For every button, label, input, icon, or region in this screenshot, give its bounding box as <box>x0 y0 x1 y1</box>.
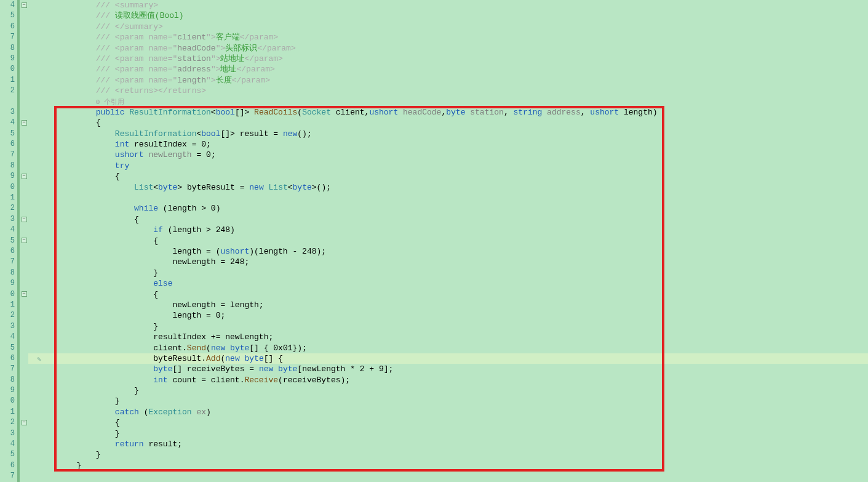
line-number[interactable]: 1 <box>0 75 15 86</box>
line-number[interactable]: 7 <box>0 150 15 160</box>
fold-toggle[interactable]: − <box>20 236 28 246</box>
code-line[interactable]: } <box>38 460 868 471</box>
code-line[interactable]: while (length > 0) <box>38 203 868 214</box>
code-line[interactable]: { <box>38 171 868 182</box>
code-line[interactable]: { <box>38 214 868 225</box>
line-number[interactable]: 3 <box>0 107 15 118</box>
line-number[interactable]: 2 <box>0 86 15 96</box>
line-number[interactable]: 4 <box>0 0 15 10</box>
code-line[interactable]: return result; <box>38 439 868 449</box>
code-line[interactable]: byte[] receiveBytes = new byte[newLength… <box>38 364 868 374</box>
code-line[interactable]: client.Send(new byte[] { 0x01}); <box>38 343 868 353</box>
fold-toggle[interactable]: − <box>20 118 28 128</box>
code-line[interactable]: int resultIndex = 0; <box>38 139 868 150</box>
code-line[interactable] <box>38 471 868 481</box>
code-line[interactable]: /// <param name="station">站地址</param> <box>38 54 868 64</box>
line-number[interactable]: 7 <box>0 364 15 374</box>
line-number[interactable]: 1 <box>0 407 15 417</box>
line-number[interactable] <box>0 97 15 107</box>
line-number[interactable]: 1 <box>0 193 15 203</box>
line-number[interactable]: 3 <box>0 321 15 332</box>
code-line[interactable]: 0 个引用 <box>38 97 868 107</box>
line-number[interactable]: 4 <box>0 118 15 128</box>
code-line[interactable]: } <box>38 428 868 439</box>
code-area[interactable]: ✎ /// <summary> /// 读取线圈值(Bool) /// </su… <box>28 0 868 482</box>
line-number[interactable]: 5 <box>0 129 15 139</box>
code-line[interactable]: ushort newLength = 0; <box>38 150 868 160</box>
code-editor[interactable]: 4567890123456789012345678901234567890123… <box>0 0 868 482</box>
line-number[interactable]: 4 <box>0 225 15 235</box>
line-number[interactable]: 8 <box>0 43 15 54</box>
code-line[interactable]: else <box>38 278 868 289</box>
line-number[interactable]: 0 <box>0 396 15 406</box>
line-number[interactable]: 2 <box>0 310 15 321</box>
code-line[interactable]: /// <param name="address">地址</param> <box>38 64 868 74</box>
code-line[interactable]: length = (ushort)(length - 248); <box>38 246 868 257</box>
line-number[interactable]: 8 <box>0 375 15 385</box>
line-number[interactable]: 3 <box>0 428 15 439</box>
code-line[interactable]: { <box>38 118 868 128</box>
code-line[interactable]: catch (Exception ex) <box>38 407 868 417</box>
line-number[interactable]: 0 <box>0 289 15 300</box>
code-line[interactable]: } <box>38 268 868 278</box>
code-line[interactable]: length = 0; <box>38 310 868 321</box>
code-line[interactable]: /// <param name="length">长度</param> <box>38 75 868 86</box>
fold-toggle[interactable]: − <box>20 0 28 10</box>
code-line[interactable]: /// <returns></returns> <box>38 86 868 96</box>
line-number[interactable]: 5 <box>0 10 15 21</box>
fold-toggle[interactable]: − <box>20 214 28 225</box>
code-line[interactable]: /// <summary> <box>38 0 868 10</box>
line-number[interactable]: 7 <box>0 32 15 42</box>
code-line[interactable]: { <box>38 417 868 428</box>
line-number[interactable]: 6 <box>0 353 15 364</box>
line-number[interactable]: 1 <box>0 300 15 310</box>
line-number[interactable]: 9 <box>0 278 15 289</box>
line-number[interactable]: 2 <box>0 417 15 428</box>
line-number[interactable]: 5 <box>0 449 15 460</box>
code-line[interactable]: } <box>38 449 868 460</box>
code-line[interactable] <box>38 193 868 203</box>
code-line[interactable]: /// </summary> <box>38 22 868 32</box>
code-line[interactable]: resultIndex += newLength; <box>38 332 868 342</box>
code-line[interactable]: int count = client.Receive(receiveBytes)… <box>38 375 868 385</box>
line-number[interactable]: 3 <box>0 214 15 225</box>
line-number[interactable]: 4 <box>0 332 15 342</box>
code-line[interactable]: newLength = length; <box>38 300 868 310</box>
line-number[interactable]: 8 <box>0 161 15 171</box>
fold-toggle[interactable]: − <box>20 289 28 300</box>
line-number[interactable]: 6 <box>0 246 15 257</box>
line-number-gutter[interactable]: 4567890123456789012345678901234567890123… <box>0 0 17 482</box>
line-number[interactable]: 4 <box>0 439 15 449</box>
code-line[interactable]: /// <param name="client">客户端</param> <box>38 32 868 42</box>
code-line[interactable]: { <box>38 289 868 300</box>
code-line[interactable]: { <box>38 236 868 246</box>
code-line[interactable]: if (length > 248) <box>38 225 868 235</box>
line-number[interactable]: 6 <box>0 22 15 32</box>
code-line[interactable]: try <box>38 161 868 171</box>
line-number[interactable]: 9 <box>0 54 15 64</box>
code-line[interactable]: /// <param name="headCode">头部标识</param> <box>38 43 868 54</box>
code-line[interactable]: /// 读取线圈值(Bool) <box>38 10 868 21</box>
line-number[interactable]: 8 <box>0 268 15 278</box>
code-line[interactable]: byteResult.Add(new byte[] { <box>38 353 868 364</box>
code-line[interactable]: } <box>38 385 868 396</box>
line-number[interactable]: 7 <box>0 257 15 267</box>
code-line[interactable]: public ResultInformation<bool[]> ReadCoi… <box>38 107 868 118</box>
code-line[interactable]: newLength = 248; <box>38 257 868 267</box>
code-line[interactable]: List<byte> byteResult = new List<byte>()… <box>38 182 868 193</box>
fold-toggle[interactable]: − <box>20 417 28 428</box>
fold-column[interactable]: −−−−−−− <box>20 0 28 482</box>
line-number[interactable]: 9 <box>0 385 15 396</box>
line-number[interactable]: 6 <box>0 139 15 150</box>
code-line[interactable]: } <box>38 321 868 332</box>
line-number[interactable]: 0 <box>0 182 15 193</box>
line-number[interactable]: 5 <box>0 343 15 353</box>
line-number[interactable]: 7 <box>0 471 15 481</box>
line-number[interactable]: 9 <box>0 171 15 182</box>
fold-toggle[interactable]: − <box>20 171 28 182</box>
line-number[interactable]: 5 <box>0 236 15 246</box>
code-line[interactable]: } <box>38 396 868 406</box>
line-number[interactable]: 2 <box>0 203 15 214</box>
code-line[interactable]: ResultInformation<bool[]> result = new()… <box>38 129 868 139</box>
line-number[interactable]: 6 <box>0 460 15 471</box>
